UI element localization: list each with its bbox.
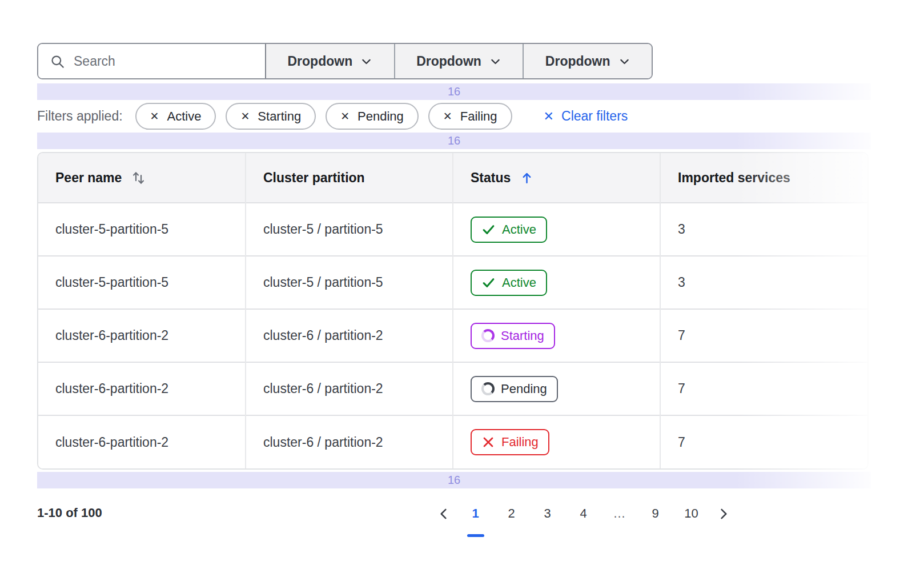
scrollable-content-region: Search Dropdown Dropdown Dr bbox=[37, 43, 924, 488]
page-button-10[interactable]: 10 bbox=[673, 501, 709, 526]
cluster-partition-cell: cluster-6 / partition-2 bbox=[246, 362, 453, 415]
peer-name-cell: cluster-5-partition-5 bbox=[38, 256, 246, 309]
filter-chip-starting[interactable]: ✕ Starting bbox=[226, 103, 316, 130]
status-cell: Failing bbox=[453, 415, 660, 468]
cluster-partition-cell: cluster-6 / partition-2 bbox=[246, 415, 453, 468]
remove-filter-icon: ✕ bbox=[150, 111, 159, 122]
remove-filter-icon: ✕ bbox=[240, 111, 250, 122]
remove-filter-icon: ✕ bbox=[340, 111, 349, 122]
page-number: 10 bbox=[684, 506, 698, 521]
clear-filters-label: Clear filters bbox=[561, 109, 628, 124]
filters-applied-label: Filters applied: bbox=[37, 109, 123, 124]
filter-chip-active[interactable]: ✕ Active bbox=[135, 103, 216, 130]
pagination-bar: 1-10 of 100 1 2 3 4 … bbox=[37, 498, 869, 543]
status-badge: Active bbox=[471, 270, 547, 296]
filter-chip-label: Failing bbox=[460, 109, 497, 124]
cluster-partition-cell: cluster-5 / partition-5 bbox=[246, 256, 453, 309]
status-cell: Pending bbox=[453, 362, 660, 415]
peer-name-cell: cluster-6-partition-2 bbox=[38, 309, 246, 362]
filter-chip-pending[interactable]: ✕ Pending bbox=[326, 103, 419, 130]
table-row: cluster-6-partition-2 cluster-6 / partit… bbox=[38, 309, 867, 362]
page-number: 2 bbox=[508, 506, 515, 521]
spacing-annotation: 16 bbox=[37, 83, 871, 100]
column-header-cluster-partition[interactable]: Cluster partition bbox=[246, 153, 453, 203]
peer-name-cell: cluster-5-partition-5 bbox=[38, 203, 246, 256]
spinner-icon bbox=[481, 382, 495, 395]
filter-toolbar: Search Dropdown Dropdown Dr bbox=[37, 43, 653, 79]
pagination-nav: 1 2 3 4 … 9 10 bbox=[430, 501, 737, 526]
column-header-peer-name[interactable]: Peer name bbox=[38, 153, 246, 203]
pagination-ellipsis: … bbox=[601, 501, 637, 526]
status-badge-label: Active bbox=[502, 275, 536, 290]
cluster-partition-cell: cluster-5 / partition-5 bbox=[246, 203, 453, 256]
imported-services-cell: 7 bbox=[660, 362, 867, 415]
page-number: 4 bbox=[580, 506, 586, 521]
status-cell: Active bbox=[453, 203, 660, 256]
column-header-label: Status bbox=[471, 170, 511, 186]
search-input[interactable]: Search bbox=[38, 44, 266, 78]
dropdown-label: Dropdown bbox=[416, 54, 481, 69]
page-button-9[interactable]: 9 bbox=[637, 501, 673, 526]
cluster-partition-cell: cluster-6 / partition-2 bbox=[246, 309, 453, 362]
page: Search Dropdown Dropdown Dr bbox=[0, 0, 924, 577]
column-header-label: Peer name bbox=[55, 170, 122, 186]
status-badge-label: Failing bbox=[501, 435, 539, 450]
page-button-1[interactable]: 1 bbox=[457, 501, 493, 526]
chevron-down-icon bbox=[360, 55, 372, 67]
table-header-row: Peer name Clus bbox=[38, 153, 867, 203]
clear-filters-link[interactable]: ✕ Clear filters bbox=[544, 109, 628, 124]
dropdown-button-3[interactable]: Dropdown bbox=[523, 44, 652, 78]
dropdown-label: Dropdown bbox=[545, 54, 610, 69]
column-header-label: Imported services bbox=[678, 170, 790, 186]
spacing-annotation-label: 16 bbox=[448, 134, 460, 147]
page-number: 9 bbox=[652, 506, 658, 521]
previous-page-button[interactable] bbox=[430, 501, 457, 526]
page-button-3[interactable]: 3 bbox=[529, 501, 565, 526]
status-badge: Failing bbox=[471, 429, 549, 455]
applied-filters-bar: Filters applied: ✕ Active ✕ Starting ✕ P… bbox=[37, 103, 924, 130]
table-row: cluster-5-partition-5 cluster-5 / partit… bbox=[38, 256, 867, 309]
filter-chip-label: Starting bbox=[258, 109, 301, 124]
chevron-down-icon bbox=[489, 55, 501, 67]
status-cell: Active bbox=[453, 256, 660, 309]
current-page-indicator bbox=[467, 534, 484, 537]
imported-services-cell: 3 bbox=[660, 203, 867, 256]
clear-filters-x-icon: ✕ bbox=[544, 110, 554, 123]
status-badge: Active bbox=[471, 217, 547, 243]
next-page-button[interactable] bbox=[709, 501, 737, 526]
spacing-annotation-label: 16 bbox=[448, 85, 460, 98]
spacing-annotation: 16 bbox=[37, 472, 871, 488]
status-badge-label: Starting bbox=[501, 328, 544, 343]
sort-ascending-icon[interactable] bbox=[520, 171, 534, 185]
status-badge: Pending bbox=[471, 376, 558, 402]
table-row: cluster-6-partition-2 cluster-6 / partit… bbox=[38, 415, 867, 468]
search-icon bbox=[50, 54, 65, 69]
page-number: 3 bbox=[544, 506, 551, 521]
page-button-4[interactable]: 4 bbox=[565, 501, 601, 526]
column-header-status[interactable]: Status bbox=[453, 153, 660, 203]
page-number: 1 bbox=[472, 506, 479, 521]
page-button-2[interactable]: 2 bbox=[493, 501, 529, 526]
filter-chip-failing[interactable]: ✕ Failing bbox=[428, 103, 512, 130]
status-badge-label: Pending bbox=[501, 382, 547, 396]
table-row: cluster-6-partition-2 cluster-6 / partit… bbox=[38, 362, 867, 415]
status-badge: Starting bbox=[471, 323, 555, 349]
dropdown-label: Dropdown bbox=[287, 54, 352, 69]
dropdown-button-2[interactable]: Dropdown bbox=[394, 44, 523, 78]
spacing-annotation: 16 bbox=[37, 133, 871, 149]
column-header-imported-services[interactable]: Imported services bbox=[660, 153, 867, 203]
imported-services-cell: 3 bbox=[660, 256, 867, 309]
column-header-label: Cluster partition bbox=[263, 170, 365, 186]
peer-name-cell: cluster-6-partition-2 bbox=[38, 362, 246, 415]
sort-swap-vertical-icon[interactable] bbox=[131, 170, 146, 186]
chevron-down-icon bbox=[618, 55, 630, 67]
dropdown-button-1[interactable]: Dropdown bbox=[266, 44, 394, 78]
filter-chip-label: Active bbox=[167, 109, 202, 124]
status-cell: Starting bbox=[453, 309, 660, 362]
check-icon bbox=[481, 275, 496, 290]
imported-services-cell: 7 bbox=[660, 415, 867, 468]
peer-name-cell: cluster-6-partition-2 bbox=[38, 415, 246, 468]
results-range-label: 1-10 of 100 bbox=[37, 506, 102, 520]
remove-filter-icon: ✕ bbox=[443, 111, 452, 122]
imported-services-cell: 7 bbox=[660, 309, 867, 362]
